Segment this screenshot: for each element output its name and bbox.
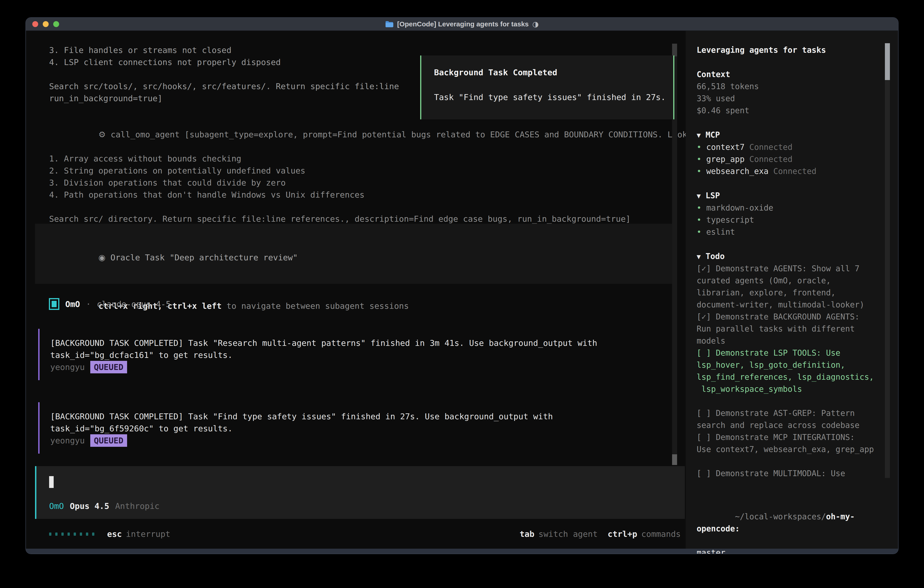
message-block: [BACKGROUND TASK COMPLETED] Task "Find t… (38, 402, 666, 454)
todo-item-pending: [ ] Demonstrate MCP INTEGRATIONS: Use co… (696, 431, 876, 456)
text-cursor (49, 476, 54, 488)
main-scrollbar-thumb-top[interactable] (672, 44, 677, 56)
tool-call-line: Search src/ directory. Return specific f… (49, 213, 686, 225)
context-tokens: 66,518 tokens (696, 81, 876, 92)
mcp-section-header[interactable]: ▼ MCP (696, 129, 876, 141)
tab-key-hint: tab (520, 528, 534, 540)
message-line: task_id="bg_6f59260c" to get results. (50, 423, 666, 434)
agent-session-header: OmO · claude-opus-4-5 (49, 297, 171, 311)
prompt-input[interactable]: OmO Opus 4.5 Anthropic (35, 466, 685, 519)
sidebar-scrollbar-track[interactable] (885, 43, 890, 478)
workspace-branch: master (696, 547, 876, 554)
message-user: yeongyu (50, 434, 85, 447)
chevron-down-icon: ▼ (696, 253, 701, 261)
esc-key-label: interrupt (126, 528, 170, 540)
working-spinner-icon (49, 532, 94, 536)
todo-section-header[interactable]: ▼ Todo (696, 250, 876, 263)
agent-name: OmO (65, 298, 80, 310)
mcp-item: • context7 Connected (696, 141, 876, 153)
context-used: 33% used (696, 92, 876, 105)
agent-model: claude-opus-4-5 (97, 298, 171, 310)
terminal-main-pane: 3. File handles or streams not closed 4.… (26, 31, 686, 549)
main-scrollbar-thumb[interactable] (672, 454, 677, 465)
lsp-section: ▼ LSP • markdown-oxide • typescript • es… (696, 190, 876, 238)
activity-indicator-icon: ◑ (532, 20, 539, 28)
todo-item-done: [✓] Demonstrate BACKGROUND AGENTS: Run p… (696, 311, 876, 347)
agent-separator: · (86, 298, 91, 310)
bullet-icon: • (696, 227, 701, 236)
mcp-item: • grep_app Connected (696, 153, 876, 165)
message-block: [BACKGROUND TASK COMPLETED] Task "Resear… (38, 329, 666, 380)
bullet-icon: • (696, 142, 701, 152)
esc-key-hint: esc (107, 528, 122, 540)
agent-icon (49, 298, 59, 310)
todo-item-pending: [ ] Demonstrate AST-GREP: Pattern search… (696, 407, 876, 431)
toast-body: Task "Find type safety issues" finished … (434, 91, 673, 103)
model-info-row: OmO Opus 4.5 Anthropic (49, 500, 160, 512)
status-badge: QUEUED (90, 434, 127, 447)
folder-icon (385, 21, 394, 28)
chevron-down-icon: ▼ (696, 131, 701, 139)
tool-call-header: call_omo_agent [subagent_type=explore, p… (106, 130, 686, 139)
tool-call-line (49, 201, 686, 213)
oracle-task-icon: ◉ (99, 253, 106, 262)
lsp-section-header[interactable]: ▼ LSP (696, 190, 876, 202)
lsp-item: • markdown-oxide (696, 202, 876, 214)
todo-item-done: [✓] Demonstrate AGENTS: Show all 7 curat… (696, 263, 876, 311)
status-badge: QUEUED (90, 361, 127, 373)
scrollback-line: 3. File handles or streams not closed (49, 44, 399, 56)
workspace-path-prefix: ~/local-workspaces/ (735, 512, 826, 521)
message-user: yeongyu (50, 361, 85, 373)
message-line: [BACKGROUND TASK COMPLETED] Task "Find t… (50, 410, 666, 423)
mcp-section: ▼ MCP • context7 Connected • grep_app Co… (696, 129, 876, 177)
tool-call-line: 3. Division operations that could divide… (49, 177, 686, 189)
context-heading: Context (696, 68, 876, 81)
chevron-down-icon: ▼ (696, 192, 701, 200)
tool-call-line: 4. Path operations that don't handle Win… (49, 189, 686, 201)
lsp-item: • typescript (696, 214, 876, 226)
input-model-name: Opus 4.5 (70, 500, 109, 512)
scrollback-line: Search src/tools/, src/hooks/, src/featu… (49, 80, 399, 92)
zoom-button[interactable] (53, 21, 59, 27)
bullet-icon: • (696, 167, 701, 176)
mcp-item: • websearch_exa Connected (696, 165, 876, 177)
sidebar-scrollbar-thumb[interactable] (885, 43, 890, 80)
tool-call-block: ⚙ call_omo_agent [subagent_type=explore,… (49, 116, 686, 225)
tab-key-label: switch agent (538, 528, 597, 540)
context-section: Context 66,518 tokens 33% used $0.46 spe… (696, 68, 876, 117)
bullet-icon: • (696, 155, 701, 164)
todo-section: ▼ Todo [✓] Demonstrate AGENTS: Show all … (696, 250, 876, 479)
session-sidebar: Leveraging agents for tasks Context 66,5… (686, 31, 898, 549)
window-titlebar[interactable]: [OpenCode] Leveraging agents for tasks ◑ (26, 18, 898, 31)
bullet-icon: • (696, 203, 701, 212)
message-line: [BACKGROUND TASK COMPLETED] Task "Resear… (50, 337, 666, 349)
scrollback-line (49, 68, 399, 80)
status-bar: esc interrupt tab switch agent ctrl+p co… (49, 528, 681, 540)
tool-call-line: 1. Array access without bounds checking (49, 153, 686, 165)
toast-title: Background Task Completed (434, 66, 673, 78)
todo-item-active: [ ] Demonstrate LSP TOOLS: Use lsp_hover… (696, 347, 876, 395)
session-title: Leveraging agents for tasks (696, 44, 876, 56)
tool-call-line: 2. String operations on potentially unde… (49, 165, 686, 177)
todo-item-pending: [ ] Demonstrate MULTIMODAL: Use (696, 467, 876, 479)
window-title: [OpenCode] Leveraging agents for tasks ◑ (385, 20, 539, 28)
context-spent: $0.46 spent (696, 105, 876, 117)
message-line: task_id="bg_dcfac161" to get results. (50, 349, 666, 361)
input-agent-name: OmO (49, 500, 64, 512)
close-button[interactable] (32, 21, 38, 27)
bullet-icon: • (696, 215, 701, 225)
ctrlp-key-label: commands (641, 528, 681, 540)
background-task-toast: Background Task Completed Task "Find typ… (420, 56, 674, 119)
opencode-window: [OpenCode] Leveraging agents for tasks ◑… (25, 17, 899, 554)
lsp-item: • eslint (696, 226, 876, 238)
scrollback-text: 3. File handles or streams not closed 4.… (49, 44, 399, 104)
scrollback-line: 4. LSP client connections not properly d… (49, 56, 399, 68)
gear-icon: ⚙ (99, 130, 106, 139)
oracle-task-panel: ◉ Oracle Task "Deep architecture review"… (35, 224, 672, 284)
ctrlp-key-hint: ctrl+p (608, 528, 637, 540)
input-provider-name: Anthropic (115, 500, 159, 512)
traffic-lights (32, 21, 59, 27)
workspace-path: ~/local-workspaces/oh-my-opencode: maste… (696, 499, 876, 554)
scrollback-line: run_in_background=true] (49, 92, 399, 104)
minimize-button[interactable] (43, 21, 49, 27)
